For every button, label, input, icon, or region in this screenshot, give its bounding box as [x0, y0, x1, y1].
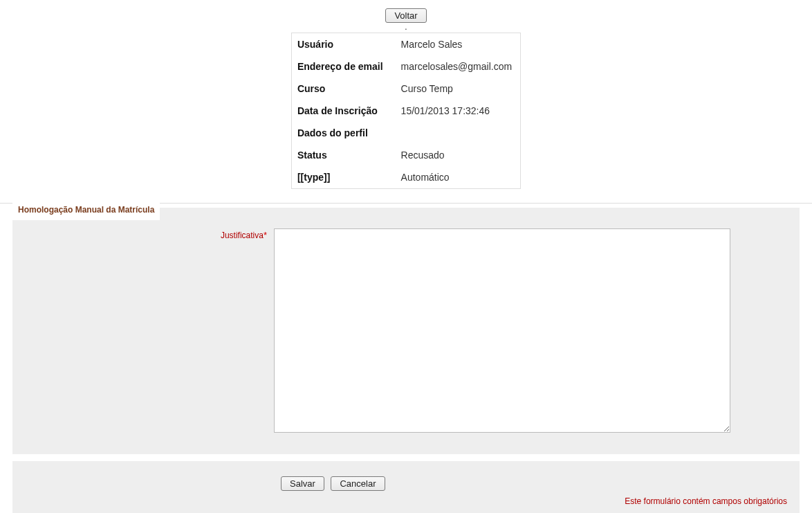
- status-label: Status: [291, 144, 395, 166]
- back-button[interactable]: Voltar: [385, 8, 426, 23]
- table-row: Curso Curso Temp: [291, 78, 520, 100]
- justification-row: Justificativa*: [25, 228, 787, 435]
- table-row: Dados do perfil: [291, 122, 520, 144]
- justification-label-col: Justificativa*: [25, 228, 274, 240]
- form-section: Homologação Manual da Matrícula Justific…: [12, 208, 800, 454]
- dot-separator: .: [0, 24, 812, 31]
- email-value: marcelosales@gmail.com: [396, 55, 521, 78]
- fieldset-legend: Homologação Manual da Matrícula: [12, 202, 160, 220]
- actions-buttons: Salvar Cancelar: [281, 476, 787, 491]
- justification-textarea[interactable]: [274, 228, 730, 433]
- enroll-date-label: Data de Inscrição: [291, 100, 395, 122]
- actions-bar: Salvar Cancelar Este formulário contém c…: [12, 461, 800, 513]
- required-fields-note: Este formulário contém campos obrigatóri…: [25, 496, 787, 506]
- profile-data-label: Dados do perfil: [291, 122, 520, 144]
- required-star-icon: *: [264, 230, 267, 240]
- top-bar: Voltar .: [0, 0, 812, 31]
- type-label: [[type]]: [291, 166, 395, 189]
- enroll-date-value: 15/01/2013 17:32:46: [396, 100, 521, 122]
- table-row: Status Recusado: [291, 144, 520, 166]
- justification-label: Justificativa: [221, 231, 264, 240]
- table-row: [[type]] Automático: [291, 166, 520, 189]
- table-row: Data de Inscrição 15/01/2013 17:32:46: [291, 100, 520, 122]
- email-label: Endereço de email: [291, 55, 395, 78]
- course-value: Curso Temp: [396, 78, 521, 100]
- course-label: Curso: [291, 78, 395, 100]
- table-row: Usuário Marcelo Sales: [291, 33, 520, 56]
- info-table: Usuário Marcelo Sales Endereço de email …: [291, 33, 521, 189]
- cancel-button[interactable]: Cancelar: [331, 476, 385, 491]
- justification-input-col: [274, 228, 730, 435]
- type-value: Automático: [396, 166, 521, 189]
- info-table-container: Usuário Marcelo Sales Endereço de email …: [0, 33, 812, 189]
- user-value: Marcelo Sales: [396, 33, 521, 56]
- status-value: Recusado: [396, 144, 521, 166]
- table-row: Endereço de email marcelosales@gmail.com: [291, 55, 520, 78]
- save-button[interactable]: Salvar: [281, 476, 324, 491]
- homologation-fieldset: Homologação Manual da Matrícula Justific…: [12, 208, 800, 454]
- user-label: Usuário: [291, 33, 395, 56]
